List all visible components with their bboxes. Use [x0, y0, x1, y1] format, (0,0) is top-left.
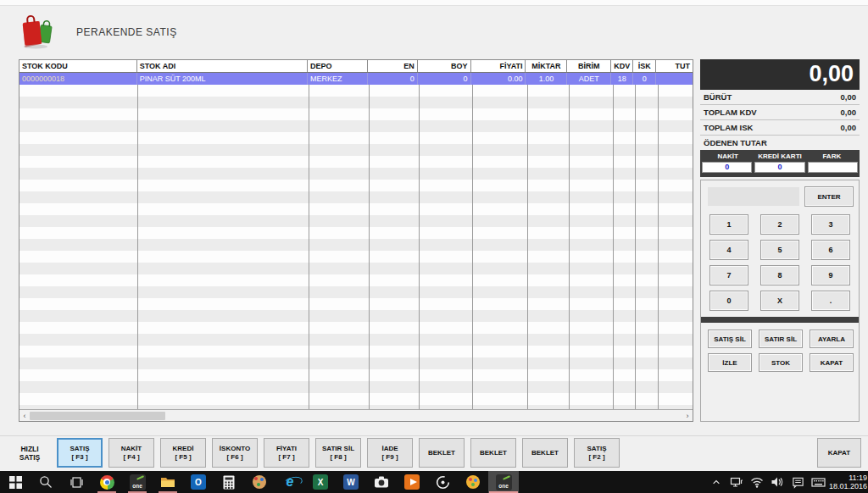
payment-header-kredi-karti: KREDİ KARTI [754, 151, 805, 162]
sales-grid: STOK KODU STOK ADI DEPO EN BOY FİYATI Mİ… [19, 59, 693, 422]
taskbar-one-app-button[interactable]: one [122, 471, 153, 493]
taskbar-internet-explorer-button[interactable]: e [275, 471, 305, 493]
taskbar-calculator-button[interactable] [214, 471, 244, 493]
file-explorer-icon [160, 475, 175, 489]
horizontal-scrollbar[interactable]: ‹ › [19, 409, 693, 421]
kapat-button[interactable]: KAPAT [810, 353, 854, 372]
taskbar-outlook-button[interactable]: O [183, 471, 214, 493]
scroll-left-arrow[interactable]: ‹ [19, 411, 30, 421]
izle-button[interactable]: İZLE [708, 353, 752, 372]
nakit-f4-button[interactable]: NAKİT [ F4 ] [108, 438, 154, 468]
numpad-key-0[interactable]: 0 [709, 291, 748, 311]
satis-f2-button[interactable]: SATIŞ [ F2 ] [574, 438, 620, 468]
numpad-key-4[interactable]: 4 [709, 240, 748, 260]
wifi-button[interactable] [747, 471, 767, 493]
keypad-entry-input[interactable] [708, 187, 799, 206]
taskbar-chrome-button[interactable] [92, 471, 122, 493]
column-header[interactable]: DEPO [308, 60, 368, 72]
paint-icon [253, 475, 266, 489]
stok-button[interactable]: STOK [759, 353, 803, 372]
volume-button[interactable] [767, 471, 787, 493]
numpad-key-x[interactable]: X [760, 291, 799, 311]
taskbar-file-explorer-button[interactable] [153, 471, 183, 493]
column-separator [527, 73, 528, 409]
fiyati-f7-button[interactable]: FİYATI [ F7 ] [264, 438, 309, 468]
kredi-karti-input[interactable]: 0 [754, 162, 804, 173]
movies-tv-icon [404, 474, 420, 490]
numpad-key-6[interactable]: 6 [811, 240, 850, 260]
column-header[interactable]: BİRİM [567, 60, 611, 72]
column-separator [635, 73, 636, 409]
nakit-input[interactable]: 0 [702, 162, 752, 173]
satis-f3-button[interactable]: SATIŞ [ F3 ] [57, 438, 103, 468]
satir-sil-f8-button[interactable]: SATIR SİL [ F8 ] [315, 438, 361, 468]
column-header[interactable]: TUT [656, 60, 693, 72]
satis-sil-button[interactable]: SATIŞ SİL [708, 330, 752, 348]
column-header[interactable]: FİYATI [471, 60, 526, 72]
wifi-icon [750, 477, 764, 488]
taskbar-clock[interactable]: 11:19 18.01.2016 [828, 474, 868, 491]
beklet-button-3[interactable]: BEKLET [522, 438, 568, 468]
iskonto-f6-button[interactable]: İSKONTO [ F6 ] [212, 438, 258, 468]
iade-f9-button[interactable]: İADE [ F9 ] [367, 438, 413, 468]
taskbar-movies-button[interactable] [397, 471, 427, 493]
hidden-icons-button[interactable] [706, 471, 726, 493]
column-header[interactable]: BOY [418, 60, 471, 72]
chevron-up-icon [711, 477, 721, 487]
app-header: PERAKENDE SATIŞ [19, 12, 177, 53]
retail-pos-screen: PERAKENDE SATIŞ STOK KODU STOK ADI DEPO … [0, 0, 868, 493]
column-separator [309, 73, 309, 409]
column-header[interactable]: EN [368, 60, 418, 72]
column-separator [137, 73, 138, 409]
column-header[interactable]: KDV [611, 60, 633, 72]
column-header[interactable]: MİKTAR [526, 60, 567, 72]
taskbar-excel-button[interactable]: X [305, 471, 336, 493]
scroll-right-arrow[interactable]: › [682, 411, 693, 421]
satir-sil-button[interactable]: SATIR SİL [759, 330, 803, 348]
table-row-selected[interactable]: 0000000018 PINAR SÜT 200ML MERKEZ 0 0 0.… [19, 73, 693, 85]
taskbar-fresh-paint-button[interactable] [458, 471, 488, 493]
ayarla-button[interactable]: AYARLA [810, 330, 854, 348]
column-separator [658, 73, 659, 409]
cell-stok-adi: PINAR SÜT 200ML [137, 73, 308, 85]
action-center-button[interactable] [787, 471, 808, 493]
numpad-key-1[interactable]: 1 [709, 214, 748, 235]
enter-button[interactable]: ENTER [804, 186, 854, 207]
taskbar-camera-button[interactable] [366, 471, 397, 493]
column-header[interactable]: İSK [633, 60, 656, 72]
fark-input[interactable] [808, 162, 858, 173]
hizli-satis-button[interactable]: HIZLI SATIŞ [7, 438, 53, 468]
beklet-button-1[interactable]: BEKLET [419, 438, 465, 468]
numpad-key-2[interactable]: 2 [760, 214, 799, 235]
numpad-key-8[interactable]: 8 [760, 265, 799, 285]
taskbar-word-button[interactable]: W [336, 471, 366, 493]
kapat-bottom-button[interactable]: KAPAT [817, 438, 861, 468]
clock-date: 18.01.2016 [828, 482, 867, 491]
numpad-key-7[interactable]: 7 [709, 265, 748, 285]
taskbar-paint-button[interactable] [244, 471, 275, 493]
task-view-button[interactable] [61, 471, 92, 493]
summary-label: TOPLAM ISK [704, 123, 753, 132]
numpad-key-9[interactable]: 9 [811, 265, 850, 285]
numpad-key-5[interactable]: 5 [760, 240, 799, 260]
camera-icon [374, 475, 389, 489]
internet-explorer-icon: e [287, 475, 294, 489]
calculator-icon [223, 475, 235, 490]
beklet-button-2[interactable]: BEKLET [470, 438, 516, 468]
taskbar-media-button[interactable] [427, 471, 458, 493]
window-top-strip [0, 0, 868, 6]
taskbar-search-button[interactable] [31, 471, 61, 493]
column-header[interactable]: STOK ADI [137, 60, 308, 72]
numpad-key-dot[interactable]: . [811, 291, 850, 311]
network-device-button[interactable] [726, 471, 747, 493]
touch-keyboard-button[interactable] [808, 471, 828, 493]
cell-boy: 0 [418, 73, 471, 85]
column-separator [369, 73, 370, 409]
numpad-key-3[interactable]: 3 [811, 214, 850, 235]
column-header[interactable]: STOK KODU [19, 60, 137, 72]
kredi-f5-button[interactable]: KREDİ [ F5 ] [160, 438, 206, 468]
system-tray: 11:19 18.01.2016 [706, 471, 868, 493]
taskbar-one-app-active-button[interactable]: one [488, 471, 519, 493]
scrollbar-thumb[interactable] [30, 412, 165, 420]
start-button[interactable] [0, 471, 31, 493]
